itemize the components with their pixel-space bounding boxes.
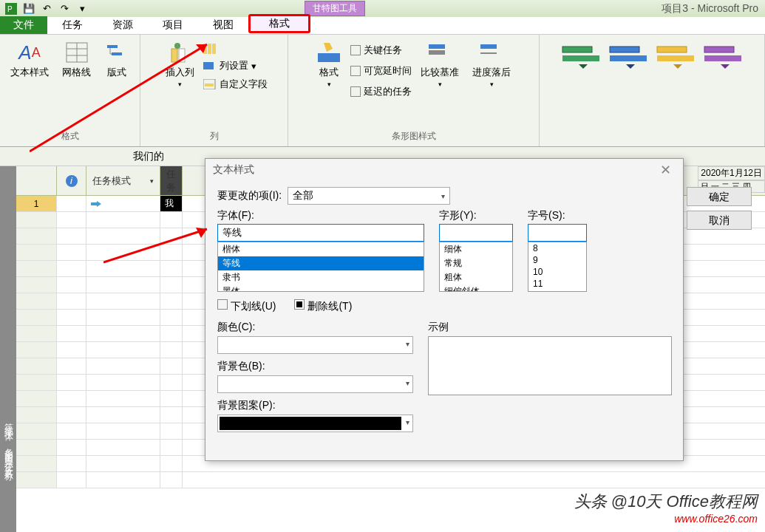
window-title: 项目3 - Microsoft Pro <box>662 2 758 16</box>
qat-dropdown-icon[interactable]: ▾ <box>74 1 90 16</box>
svg-rect-20 <box>429 44 445 49</box>
style-listbox[interactable]: 细体 常规 粗体 细偏斜体 <box>439 242 513 292</box>
list-item[interactable]: 细体 <box>440 242 512 256</box>
format-button[interactable]: 格式 ▾ <box>312 38 346 91</box>
view-sidebar[interactable]: 等线字体+条形图显示任务名称 <box>0 166 16 532</box>
custom-fields-label: 自定义字段 <box>220 78 268 91</box>
layout-button[interactable]: 版式 <box>100 38 134 82</box>
group-barstyles-label: 条形图样式 <box>294 128 533 145</box>
svg-rect-18 <box>205 83 214 86</box>
gridlines-label: 网格线 <box>62 66 91 79</box>
gridlines-button[interactable]: 网格线 <box>58 38 95 82</box>
insert-column-icon <box>167 41 192 64</box>
svg-rect-14 <box>208 44 211 54</box>
list-item[interactable]: 8 <box>528 242 586 254</box>
text-style-icon: AA <box>17 41 42 64</box>
list-item[interactable]: 楷体 <box>218 242 424 256</box>
size-listbox[interactable]: 8 9 10 11 <box>528 242 587 292</box>
dialog-title: 文本样式 <box>213 163 254 177</box>
mode-cell[interactable] <box>86 196 160 211</box>
font-input[interactable] <box>217 224 424 242</box>
list-item[interactable]: 黑体 <box>218 284 424 292</box>
row-number[interactable]: 1 <box>16 196 57 211</box>
text-style-label: 文本样式 <box>10 66 49 79</box>
color-combo[interactable]: ▾ <box>217 336 413 354</box>
svg-rect-25 <box>562 55 599 61</box>
tab-project[interactable]: 项目 <box>148 16 198 34</box>
slippage-button[interactable]: 进度落后 ▾ <box>468 38 515 91</box>
underline-checkbox[interactable]: 下划线(U) <box>217 299 276 313</box>
tab-format[interactable]: 格式 <box>248 14 310 33</box>
rownum-header[interactable] <box>16 166 57 195</box>
task-cell[interactable]: 我 <box>160 196 183 211</box>
task-header[interactable]: 任务 <box>160 166 183 195</box>
bar-style-3[interactable] <box>653 44 698 73</box>
pattern-label: 背景图案(P): <box>217 399 413 412</box>
strike-checkbox[interactable]: 删除线(T) <box>294 299 352 313</box>
svg-rect-13 <box>203 44 207 54</box>
svg-rect-22 <box>480 44 497 49</box>
tab-resource[interactable]: 资源 <box>98 16 148 34</box>
info-header[interactable]: i <box>57 166 86 195</box>
list-item[interactable]: 等线 <box>218 256 424 270</box>
slippage-label: 进度落后 <box>472 66 511 79</box>
svg-text:P: P <box>7 5 13 13</box>
chevron-down-icon: ▾ <box>403 337 412 353</box>
slack-checkbox[interactable]: 可宽延时间 <box>350 63 412 79</box>
sample-box <box>428 336 672 395</box>
critical-checkbox[interactable]: 关键任务 <box>350 42 412 58</box>
bar-style-2[interactable] <box>606 44 650 73</box>
save-icon[interactable]: 💾 <box>21 1 37 16</box>
tab-task[interactable]: 任务 <box>47 16 98 34</box>
row-number[interactable] <box>16 212 57 228</box>
baseline-button[interactable]: 比较基准 ▾ <box>416 38 463 91</box>
list-item[interactable]: 9 <box>528 254 586 266</box>
style-input[interactable] <box>439 224 513 242</box>
svg-rect-19 <box>318 53 340 62</box>
watermark-text: 头条 @10天 Office教程网 <box>574 491 758 513</box>
manual-task-icon <box>91 200 101 208</box>
chevron-down-icon: ▾ <box>403 415 412 432</box>
svg-rect-30 <box>704 47 734 52</box>
list-item[interactable]: 粗体 <box>440 270 512 284</box>
tab-view[interactable]: 视图 <box>198 16 248 34</box>
baseline-icon <box>427 41 452 64</box>
gridlines-icon <box>64 41 89 64</box>
color-label: 颜色(C): <box>217 321 413 334</box>
list-item[interactable]: 隶书 <box>218 270 424 284</box>
col-settings-button[interactable]: 列设置▾ <box>203 58 268 74</box>
size-input[interactable] <box>528 224 587 242</box>
redo-icon[interactable]: ↷ <box>56 1 72 16</box>
svg-rect-31 <box>704 55 741 61</box>
size-label: 字号(S): <box>528 209 587 222</box>
list-item[interactable]: 10 <box>528 266 586 278</box>
app-icon[interactable]: P <box>3 1 19 16</box>
timeline-date: 2020年1月12日 <box>698 166 765 180</box>
bg-combo[interactable]: ▾ <box>217 375 413 393</box>
mode-header[interactable]: 任务模式▾ <box>86 166 160 195</box>
item-value: 全部 <box>293 189 313 202</box>
custom-fields-button[interactable]: 自定义字段 <box>203 76 268 92</box>
late-checkbox[interactable]: 延迟的任务 <box>350 83 412 100</box>
insert-column-button[interactable]: 插入列 ▾ <box>161 38 199 92</box>
ok-button[interactable]: 确定 <box>687 187 752 206</box>
col-row1[interactable] <box>203 42 268 55</box>
cancel-button[interactable]: 取消 <box>687 211 752 230</box>
pattern-combo[interactable]: ▾ <box>217 415 413 432</box>
text-style-button[interactable]: AA 文本样式 <box>6 38 53 82</box>
list-item[interactable]: 11 <box>528 278 586 290</box>
timeline-header: 2020年1月12日 日 一 二 三 四 <box>698 166 765 185</box>
font-listbox[interactable]: 楷体 等线 隶书 黑体 <box>217 242 424 292</box>
item-combo[interactable]: 全部 ▾ <box>288 187 450 205</box>
bar-style-1[interactable] <box>559 44 603 73</box>
quick-access-toolbar: P 💾 ↶ ↷ ▾ <box>3 1 90 16</box>
close-icon[interactable]: ✕ <box>656 162 676 178</box>
undo-icon[interactable]: ↶ <box>38 1 55 16</box>
list-item[interactable]: 细偏斜体 <box>440 284 512 292</box>
bar-style-4[interactable] <box>701 44 745 73</box>
sidebar-label: 等线字体+条形图显示任务名称 <box>2 416 15 468</box>
tab-file[interactable]: 文件 <box>0 16 47 34</box>
info-cell[interactable] <box>57 196 86 211</box>
list-item[interactable]: 常规 <box>440 256 512 270</box>
svg-rect-21 <box>429 50 445 55</box>
